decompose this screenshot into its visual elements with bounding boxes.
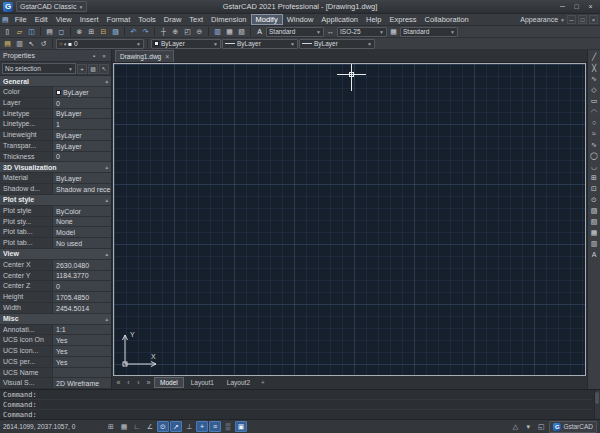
property-row[interactable]: Linetype...1 [0, 119, 111, 130]
select-objects-icon[interactable]: ↖ [99, 64, 109, 74]
otrack-toggle[interactable]: ↗ [170, 421, 182, 432]
property-row[interactable]: Plot styleByColor [0, 206, 111, 217]
make-block-icon[interactable]: ⊡ [589, 184, 600, 194]
maximize-button[interactable]: □ [570, 1, 583, 12]
pan-icon[interactable]: ┼ [158, 27, 169, 37]
menu-item-draw[interactable]: Draw [160, 14, 186, 25]
menu-item-edit[interactable]: Edit [31, 14, 52, 25]
child-close-button[interactable]: × [589, 15, 598, 24]
menu-item-format[interactable]: Format [103, 14, 135, 25]
property-row[interactable]: UCS icon...Yes [0, 346, 111, 357]
polyline-icon[interactable]: ∿ [589, 74, 600, 84]
model-space-toggle[interactable]: ▣ [235, 421, 247, 432]
line-icon[interactable]: ╱ [589, 52, 600, 62]
dyn-toggle[interactable]: + [196, 421, 208, 432]
clean-screen-icon[interactable]: ◱ [535, 421, 547, 432]
new-icon[interactable]: ▯ [2, 27, 13, 37]
property-row[interactable]: LinetypeByLayer [0, 109, 111, 120]
model-space-canvas[interactable]: Y X [113, 63, 586, 376]
property-row[interactable]: Center X2630.0480 [0, 260, 111, 271]
property-row[interactable]: MaterialByLayer [0, 173, 111, 184]
multiline-text-icon[interactable]: A [589, 250, 600, 260]
ellipse-arc-icon[interactable]: ◡ [589, 162, 600, 172]
zoom-realtime-icon[interactable]: ⊕ [170, 27, 181, 37]
copy-icon[interactable]: ⊞ [86, 27, 97, 37]
menu-item-tools[interactable]: Tools [134, 14, 160, 25]
command-line[interactable]: Command: [3, 410, 592, 420]
point-icon[interactable]: ⊙ [589, 195, 600, 205]
layer-previous-icon[interactable]: ↺ [38, 39, 49, 49]
table-icon[interactable]: ▥ [589, 239, 600, 249]
layer-combo[interactable]: ○◐■ 0 ▼ [56, 39, 144, 49]
close-button[interactable]: × [584, 1, 597, 12]
property-row[interactable]: Width2454.5014 [0, 303, 111, 314]
property-row[interactable]: Shadow d...Shadow and rece... [0, 184, 111, 195]
match-properties-icon[interactable]: ▨ [110, 27, 121, 37]
tab-layout2[interactable]: Layout2 [221, 377, 256, 388]
dim-style-combo[interactable]: ISO-25▼ [337, 27, 387, 37]
property-row[interactable]: Plot tab...Model [0, 227, 111, 238]
scrollbar-thumb[interactable] [595, 392, 599, 404]
insert-block-icon[interactable]: ⊞ [589, 173, 600, 183]
cut-icon[interactable]: ⊗ [74, 27, 85, 37]
property-row[interactable]: Plot tab...No used [0, 238, 111, 249]
child-minimize-button[interactable]: ─ [567, 15, 576, 24]
arc-icon[interactable]: ◠ [589, 107, 600, 117]
prev-tab-icon[interactable]: ‹ [124, 379, 133, 386]
color-combo[interactable]: ByLayer ▼ [151, 39, 221, 49]
snap-toggle[interactable]: ⊞ [105, 421, 117, 432]
paste-icon[interactable]: ⊟ [98, 27, 109, 37]
gradient-icon[interactable]: ▧ [589, 217, 600, 227]
add-layout-button[interactable]: + [257, 377, 269, 388]
property-row[interactable]: Layer0 [0, 98, 111, 109]
lwt-toggle[interactable]: ≡ [209, 421, 221, 432]
tool-palettes-icon[interactable]: ▧ [236, 27, 247, 37]
layer-properties-icon[interactable]: ▤ [2, 39, 13, 49]
close-tab-icon[interactable]: × [165, 53, 169, 60]
properties-palette-icon[interactable]: ▥ [212, 27, 223, 37]
menu-item-window[interactable]: Window [283, 14, 318, 25]
text-style-icon[interactable]: A [254, 27, 265, 37]
rectangle-icon[interactable]: ▭ [589, 96, 600, 106]
tab-drawing1[interactable]: Drawing1.dwg × [115, 50, 174, 62]
property-row[interactable]: ColorByLayer [0, 87, 111, 98]
menu-item-text[interactable]: Text [185, 14, 207, 25]
ortho-toggle[interactable]: ∟ [131, 421, 143, 432]
tab-model[interactable]: Model [154, 377, 184, 388]
layer-states-icon[interactable]: ▥ [14, 39, 25, 49]
command-scrollbar[interactable] [594, 390, 600, 419]
menu-item-insert[interactable]: Insert [76, 14, 103, 25]
print-preview-icon[interactable]: ◻ [56, 27, 67, 37]
property-row[interactable]: UCS per...Yes [0, 357, 111, 368]
section-header-general[interactable]: General▴ [0, 76, 111, 87]
text-style-combo[interactable]: Standard▼ [266, 27, 324, 37]
menu-item-dimension[interactable]: Dimension [207, 14, 250, 25]
workspace-switching-icon[interactable]: ▾ [522, 421, 534, 432]
osnap-toggle[interactable]: ⊙ [157, 421, 169, 432]
open-icon[interactable]: ▱ [14, 27, 25, 37]
property-row[interactable]: Center Y1184.3770 [0, 271, 111, 282]
print-icon[interactable]: ▤ [44, 27, 55, 37]
region-icon[interactable]: ▦ [589, 228, 600, 238]
property-row[interactable]: UCS icon OnYes [0, 335, 111, 346]
last-tab-icon[interactable]: » [144, 379, 153, 386]
property-row[interactable]: LineweightByLayer [0, 130, 111, 141]
appearance-menu[interactable]: Appearance [520, 16, 558, 23]
close-icon[interactable]: × [100, 52, 108, 60]
grid-toggle[interactable]: ▦ [118, 421, 130, 432]
polygon-icon[interactable]: ◇ [589, 85, 600, 95]
polar-toggle[interactable]: ∠ [144, 421, 156, 432]
gstarcad-brand-button[interactable]: G GstarCAD [549, 421, 597, 433]
menu-item-help[interactable]: Help [362, 14, 385, 25]
menu-item-modify[interactable]: Modify [251, 14, 283, 25]
section-header-3d-visualization[interactable]: 3D Visualization▴ [0, 162, 111, 173]
property-row[interactable]: Center Z0 [0, 281, 111, 292]
tab-layout1[interactable]: Layout1 [185, 377, 220, 388]
circle-icon[interactable]: ○ [589, 118, 600, 128]
property-row[interactable]: Height1705.4850 [0, 292, 111, 303]
child-restore-button[interactable]: □ [578, 15, 587, 24]
property-row[interactable]: Thickness0 [0, 152, 111, 163]
menu-item-file[interactable]: File [11, 14, 31, 25]
spline-icon[interactable]: ∿ [589, 140, 600, 150]
section-header-misc[interactable]: Misc▴ [0, 314, 111, 325]
